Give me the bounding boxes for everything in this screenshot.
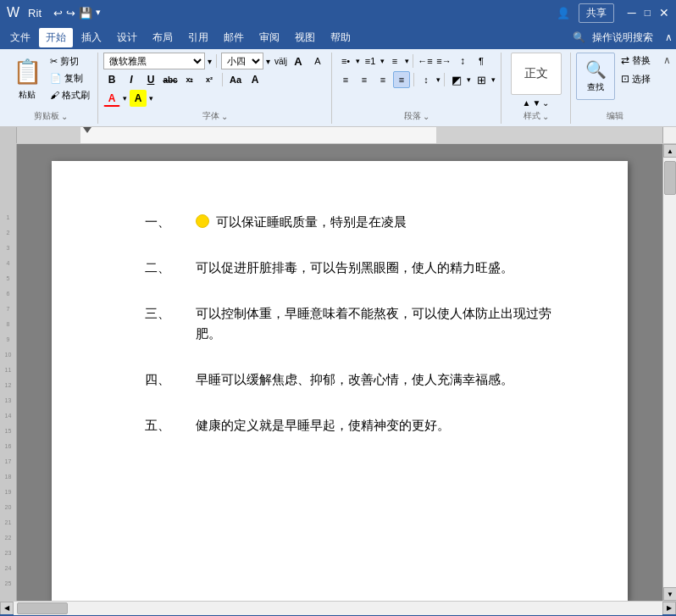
sort-button[interactable]: ↕ bbox=[454, 53, 471, 69]
h-scroll-left-button[interactable]: ◀ bbox=[0, 602, 14, 615]
change-case-button[interactable]: Aa bbox=[227, 71, 244, 88]
redo-icon[interactable]: ↪ bbox=[66, 7, 75, 19]
menu-item-mailings[interactable]: 邮件 bbox=[217, 28, 251, 47]
list-item[interactable]: 四、 早睡可以缓解焦虑、抑郁，改善心情，使人充满幸福感。 bbox=[145, 369, 551, 390]
increase-indent-button[interactable]: ≡→ bbox=[435, 53, 452, 69]
list-content-5[interactable]: 健康的定义就是早睡早起，使精神变的更好。 bbox=[196, 415, 551, 436]
undo-icon[interactable]: ↩ bbox=[53, 7, 63, 19]
user-icon[interactable]: 👤 bbox=[557, 7, 570, 19]
font-name-select[interactable]: 微软雅黑 bbox=[103, 53, 205, 69]
multilevel-dropdown[interactable]: ▾ bbox=[405, 57, 409, 65]
window-close-button[interactable]: ✕ bbox=[659, 6, 669, 19]
menu-item-insert[interactable]: 插入 bbox=[75, 28, 108, 47]
menu-item-file[interactable]: 文件 bbox=[3, 28, 37, 47]
cut-button[interactable]: ✂ 剪切 bbox=[47, 53, 92, 69]
scrollbar-down-button[interactable]: ▼ bbox=[663, 587, 676, 601]
menu-item-references[interactable]: 引用 bbox=[181, 28, 215, 47]
font-size-select[interactable]: 小四 bbox=[221, 53, 263, 69]
customize-icon[interactable]: ▾ bbox=[96, 7, 101, 19]
scrollbar-track[interactable] bbox=[663, 158, 676, 587]
superscript-button[interactable]: x² bbox=[201, 71, 218, 88]
ribbon-collapse-btn[interactable]: ∧ bbox=[665, 31, 673, 43]
menu-item-design[interactable]: 设计 bbox=[110, 28, 144, 47]
list-content-3[interactable]: 可以控制体重，早睡意味着不能熬夜，可以使人体防止出现过劳肥。 bbox=[196, 303, 551, 344]
underline-button[interactable]: U bbox=[142, 71, 159, 88]
menu-item-home[interactable]: 开始 bbox=[39, 28, 73, 47]
list-content-1[interactable]: 可以保证睡眠质量，特别是在凌晨 bbox=[196, 212, 551, 232]
styles-scroll-up[interactable]: ▲ bbox=[523, 98, 531, 108]
menu-item-review[interactable]: 审阅 bbox=[252, 28, 286, 47]
share-button[interactable]: 共享 bbox=[579, 3, 614, 23]
scrollbar-up-button[interactable]: ▲ bbox=[663, 144, 676, 158]
styles-scroll-down[interactable]: ▼ bbox=[533, 98, 541, 108]
justify-button[interactable]: ≡ bbox=[393, 71, 410, 88]
quick-save-icon[interactable]: 💾 bbox=[79, 7, 92, 19]
font-size-dropdown-icon[interactable]: ▾ bbox=[266, 57, 270, 66]
paste-button[interactable]: 📋 粘贴 bbox=[8, 53, 46, 103]
font-color-button[interactable]: A bbox=[103, 90, 120, 107]
h-scrollbar-track[interactable] bbox=[14, 602, 662, 615]
borders-button[interactable]: ⊞ bbox=[473, 71, 490, 88]
menu-item-help[interactable]: 帮助 bbox=[324, 28, 357, 47]
bullets-dropdown[interactable]: ▾ bbox=[356, 57, 360, 65]
bold-button[interactable]: B bbox=[103, 71, 120, 88]
doc-scroll-area[interactable]: 一、 可以保证睡眠质量，特别是在凌晨 二、 可以促进肝脏排毒，可以告别黑眼圈，使… bbox=[17, 144, 662, 601]
select-button[interactable]: ⊡ 选择 bbox=[618, 71, 653, 86]
show-marks-button[interactable]: ¶ bbox=[473, 53, 490, 69]
italic-button[interactable]: I bbox=[123, 71, 140, 88]
list-content-2[interactable]: 可以促进肝脏排毒，可以告别黑眼圈，使人的精力旺盛。 bbox=[196, 258, 551, 278]
font-name-dropdown-icon[interactable]: ▾ bbox=[208, 57, 212, 66]
line-spacing-dropdown[interactable]: ▾ bbox=[436, 75, 441, 84]
menu-item-layout[interactable]: 布局 bbox=[146, 28, 180, 47]
font-color-dropdown[interactable]: ▾ bbox=[123, 94, 127, 103]
shading-dropdown[interactable]: ▾ bbox=[467, 75, 471, 84]
decrease-indent-button[interactable]: ←≡ bbox=[417, 53, 434, 69]
window-minimize-button[interactable]: ─ bbox=[628, 6, 636, 19]
list-content-4[interactable]: 早睡可以缓解焦虑、抑郁，改善心情，使人充满幸福感。 bbox=[196, 369, 551, 390]
styles-expand[interactable]: ⌄ bbox=[542, 98, 549, 108]
h-scrollbar-thumb[interactable] bbox=[17, 602, 68, 614]
ruler-tick-11: 11 bbox=[5, 363, 12, 378]
ruler-tick-12: 12 bbox=[5, 378, 12, 393]
h-scroll-right-button[interactable]: ▶ bbox=[662, 602, 676, 615]
decrease-font-button[interactable]: A bbox=[309, 53, 326, 69]
styles-expand-icon[interactable]: ⌄ bbox=[542, 112, 549, 121]
format-painter-button[interactable]: 🖌 格式刷 bbox=[47, 87, 92, 103]
replace-button[interactable]: ⇄ 替换 bbox=[618, 53, 653, 68]
clipboard-expand-icon[interactable]: ⌄ bbox=[61, 112, 68, 121]
list-item[interactable]: 二、 可以促进肝脏排毒，可以告别黑眼圈，使人的精力旺盛。 bbox=[145, 258, 551, 278]
ribbon-arrow-up[interactable]: ∧ bbox=[663, 54, 671, 66]
subscript-button[interactable]: x₂ bbox=[181, 71, 198, 88]
bullets-button[interactable]: ≡• bbox=[337, 53, 354, 69]
multilevel-button[interactable]: ≡ bbox=[386, 53, 403, 69]
list-item[interactable]: 一、 可以保证睡眠质量，特别是在凌晨 bbox=[145, 212, 551, 232]
clear-format-button[interactable]: A bbox=[247, 71, 263, 88]
style-normal-box[interactable]: 正文 bbox=[511, 53, 562, 95]
styles-label-text: 样式 bbox=[524, 110, 540, 122]
align-center-button[interactable]: ≡ bbox=[356, 71, 373, 88]
highlight-button[interactable]: A bbox=[130, 90, 147, 107]
scrollbar-thumb[interactable] bbox=[664, 161, 676, 195]
title-bar: W Rit ↩ ↪ 💾 ▾ 👤 共享 ─ □ ✕ bbox=[0, 0, 676, 25]
window-maximize-button[interactable]: □ bbox=[645, 7, 651, 19]
borders-dropdown[interactable]: ▾ bbox=[491, 75, 496, 84]
ruler[interactable]: 2 4 6 8 10 12 14 16 18 20 22 24 bbox=[17, 127, 662, 143]
align-left-button[interactable]: ≡ bbox=[337, 71, 354, 88]
strikethrough-button[interactable]: abc bbox=[162, 71, 179, 88]
line-spacing-button[interactable]: ↕ bbox=[418, 71, 435, 88]
align-right-button[interactable]: ≡ bbox=[374, 71, 391, 88]
menu-item-view[interactable]: 视图 bbox=[288, 28, 322, 47]
ruler-indent-left-icon[interactable] bbox=[83, 127, 91, 133]
increase-font-button[interactable]: A bbox=[290, 53, 307, 69]
search-label[interactable]: 操作说明搜索 bbox=[592, 31, 653, 45]
list-item[interactable]: 五、 健康的定义就是早睡早起，使精神变的更好。 bbox=[145, 415, 551, 436]
font-expand-icon[interactable]: ⌄ bbox=[221, 112, 228, 121]
numbering-button[interactable]: ≡1 bbox=[362, 53, 379, 69]
paragraph-expand-icon[interactable]: ⌄ bbox=[423, 112, 429, 121]
numbering-dropdown[interactable]: ▾ bbox=[380, 57, 385, 65]
shading-button[interactable]: ◩ bbox=[448, 71, 465, 88]
list-item[interactable]: 三、 可以控制体重，早睡意味着不能熬夜，可以使人体防止出现过劳肥。 bbox=[145, 303, 551, 344]
copy-button[interactable]: 📄 复制 bbox=[47, 70, 92, 86]
find-button[interactable]: 🔍 查找 bbox=[576, 53, 615, 100]
highlight-dropdown[interactable]: ▾ bbox=[149, 94, 153, 103]
